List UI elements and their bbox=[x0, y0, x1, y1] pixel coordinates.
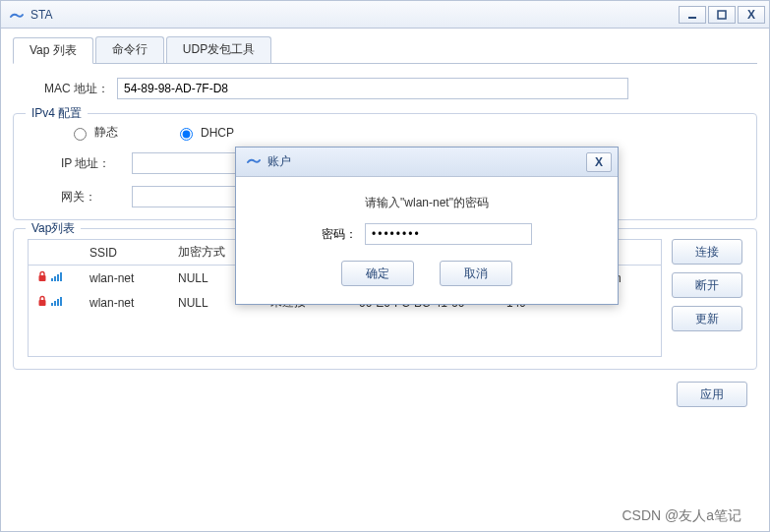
tab-cmd[interactable]: 命令行 bbox=[95, 36, 164, 63]
cell-ssid: wlan-net bbox=[82, 290, 170, 315]
lock-icon bbox=[36, 270, 48, 282]
password-input[interactable] bbox=[365, 223, 532, 245]
disconnect-button[interactable]: 断开 bbox=[672, 272, 742, 298]
titlebar-left: STA bbox=[9, 7, 52, 23]
window-controls: X bbox=[679, 6, 765, 24]
modal-buttons: 确定 取消 bbox=[264, 261, 590, 286]
radio-static-input[interactable] bbox=[74, 128, 87, 141]
radio-dhcp-input[interactable] bbox=[180, 128, 193, 141]
svg-rect-10 bbox=[57, 299, 59, 306]
ipv4-legend: IPv4 配置 bbox=[26, 105, 88, 122]
password-label: 密码： bbox=[322, 226, 357, 243]
radio-dhcp[interactable]: DHCP bbox=[175, 125, 234, 141]
modal-message: 请输入"wlan-net"的密码 bbox=[264, 195, 590, 211]
radio-static-label: 静态 bbox=[94, 124, 118, 141]
modal-icon bbox=[246, 152, 262, 171]
cancel-button[interactable]: 取消 bbox=[440, 261, 512, 286]
col-ssid[interactable]: SSID bbox=[82, 240, 170, 266]
svg-rect-5 bbox=[57, 274, 59, 281]
radio-dhcp-label: DHCP bbox=[201, 126, 234, 140]
radio-static[interactable]: 静态 bbox=[69, 124, 118, 141]
lock-icon bbox=[36, 295, 48, 307]
tab-udp[interactable]: UDP发包工具 bbox=[166, 36, 271, 63]
window-title: STA bbox=[30, 8, 52, 22]
svg-rect-9 bbox=[54, 301, 56, 306]
minimize-button[interactable] bbox=[679, 6, 706, 24]
tab-bar: Vap 列表 命令行 UDP发包工具 bbox=[13, 36, 757, 64]
ip-label: IP 地址： bbox=[61, 155, 132, 172]
modal-titlebar[interactable]: 账户 X bbox=[236, 148, 618, 177]
vap-side-buttons: 连接 断开 更新 bbox=[672, 239, 742, 357]
watermark: CSDN @友人a笔记 bbox=[622, 507, 741, 525]
signal-icon bbox=[50, 295, 64, 307]
svg-rect-6 bbox=[60, 272, 62, 281]
apply-button[interactable]: 应用 bbox=[677, 382, 747, 407]
mac-label: MAC 地址： bbox=[40, 81, 117, 97]
svg-rect-8 bbox=[51, 303, 53, 306]
row-icons bbox=[36, 270, 64, 282]
maximize-button[interactable] bbox=[708, 6, 736, 24]
ipv4-radio-row: 静态 DHCP bbox=[69, 124, 742, 141]
ok-button[interactable]: 确定 bbox=[341, 261, 414, 286]
gw-label: 网关： bbox=[61, 189, 132, 206]
connect-button[interactable]: 连接 bbox=[672, 239, 742, 265]
cell-ssid: wlan-net bbox=[82, 266, 170, 291]
modal-close-button[interactable]: X bbox=[586, 152, 612, 172]
row-icons bbox=[36, 295, 64, 307]
col-icon bbox=[29, 240, 82, 266]
account-modal: 账户 X 请输入"wlan-net"的密码 密码： 确定 取消 bbox=[235, 147, 619, 305]
svg-rect-7 bbox=[39, 300, 46, 306]
svg-rect-2 bbox=[39, 275, 46, 281]
svg-rect-3 bbox=[51, 278, 53, 281]
close-button[interactable]: X bbox=[738, 6, 765, 24]
vap-legend: Vap列表 bbox=[26, 220, 81, 237]
mac-input[interactable] bbox=[117, 78, 628, 99]
signal-icon bbox=[50, 270, 64, 282]
mac-row: MAC 地址： bbox=[40, 78, 757, 99]
refresh-button[interactable]: 更新 bbox=[672, 306, 742, 331]
app-icon bbox=[9, 7, 25, 23]
svg-rect-4 bbox=[54, 276, 56, 281]
svg-rect-1 bbox=[718, 11, 726, 19]
modal-body: 请输入"wlan-net"的密码 密码： 确定 取消 bbox=[236, 177, 618, 304]
titlebar: STA X bbox=[1, 1, 769, 29]
modal-title: 账户 bbox=[267, 153, 291, 170]
apply-row: 应用 bbox=[13, 382, 757, 407]
app-window: STA X Vap 列表 命令行 UDP发包工具 MAC 地址： IPv4 配置… bbox=[0, 0, 770, 532]
tab-vap-list[interactable]: Vap 列表 bbox=[13, 37, 93, 64]
svg-rect-11 bbox=[60, 297, 62, 306]
password-row: 密码： bbox=[264, 223, 590, 245]
